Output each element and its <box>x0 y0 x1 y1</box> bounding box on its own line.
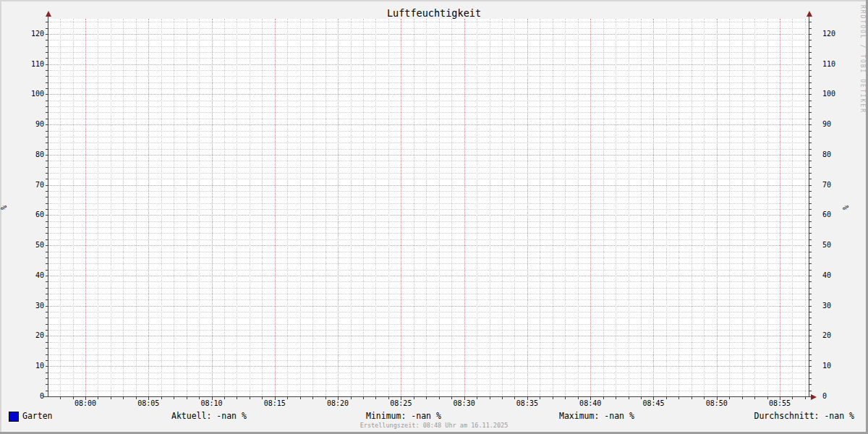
y-tick-label-left: 100 <box>15 90 44 98</box>
x-tick-label: 08:20 <box>327 400 349 407</box>
y-axis-tick-right <box>809 70 812 71</box>
y-tick-label-right: 90 <box>822 121 851 128</box>
y-axis-tick-right <box>809 191 812 192</box>
grid-major-h <box>48 34 809 35</box>
grid-minor-h <box>48 76 809 77</box>
grid-minor-v <box>666 19 667 396</box>
y-tick-label-right: 70 <box>822 182 851 189</box>
grid-major-h <box>48 306 809 307</box>
y-axis-tick-left <box>46 391 48 391</box>
y-axis-tick-right <box>809 221 812 222</box>
y-axis-tick-left <box>46 173 48 174</box>
y-axis-tick-right <box>809 142 812 143</box>
x-axis-tick <box>502 397 503 399</box>
grid-minor-h <box>48 324 809 325</box>
y-axis-tick-right <box>809 258 812 258</box>
plot-canvas <box>48 19 809 396</box>
x-tick-label: 08:00 <box>75 400 96 407</box>
y-axis-tick-left <box>46 46 48 47</box>
grid-minor-v <box>414 19 414 396</box>
y-axis-tick-left <box>46 40 48 41</box>
x-axis-tick <box>792 397 793 399</box>
grid-minor-h <box>48 360 809 361</box>
x-axis-tick <box>161 397 162 399</box>
x-axis-tick <box>553 397 553 399</box>
y-axis-tick-left <box>46 245 48 246</box>
y-axis-tick-left <box>46 112 48 113</box>
x-axis-tick <box>692 397 692 399</box>
y-axis-tick-left <box>46 299 48 300</box>
y-axis-tick-right <box>809 215 812 216</box>
grid-minor-v <box>729 19 730 396</box>
x-axis-tick <box>603 397 604 399</box>
grid-minor-h <box>48 221 809 222</box>
grid-minor-v <box>439 19 440 396</box>
y-axis-tick-right <box>809 330 812 331</box>
grid-minor-h <box>48 281 809 282</box>
y-tick-label-right: 80 <box>822 151 851 158</box>
y-axis-tick-left <box>46 373 48 373</box>
y-tick-label-right: 100 <box>822 90 851 98</box>
grid-minor-v <box>287 19 288 396</box>
y-axis-tick-right <box>809 155 812 156</box>
grid-major-v <box>212 19 213 396</box>
grid-minor-v <box>553 19 553 396</box>
y-axis-tick-right <box>809 366 812 367</box>
y-axis-tick-right <box>809 76 812 77</box>
y-axis-tick-right <box>809 34 812 35</box>
x-tick-label: 08:40 <box>579 400 601 407</box>
grid-minor-v <box>792 19 793 396</box>
grid-minor-h <box>48 88 809 89</box>
x-axis-tick <box>414 397 414 399</box>
grid-minor-h <box>48 70 809 71</box>
y-axis-tick-left <box>46 342 48 343</box>
y-axis-tick-left <box>46 167 48 168</box>
x-tick-label: 08:25 <box>390 400 412 407</box>
x-axis-tick <box>60 397 61 399</box>
y-axis-tick-left <box>46 106 48 107</box>
y-axis-tick-left <box>46 88 48 89</box>
y-tick-label-right: 20 <box>822 332 851 339</box>
grid-minor-h <box>48 137 809 137</box>
y-axis-tick-left <box>46 124 48 125</box>
y-axis-tick-right <box>809 252 812 252</box>
y-axis-tick-right <box>809 40 812 41</box>
grid-minor-v <box>174 19 174 396</box>
y-axis-tick-left <box>46 58 48 59</box>
grid-minor-v <box>351 19 352 396</box>
y-tick-label-right: 0 <box>822 393 851 400</box>
grid-minor-h <box>48 112 809 113</box>
grid-major-h <box>48 124 809 125</box>
rrdtool-watermark: RRDTOOL / TOBI OETIKER <box>859 5 866 114</box>
grid-minor-h <box>48 101 809 101</box>
y-axis-tick-right <box>809 22 812 22</box>
grid-minor-v <box>136 19 137 396</box>
y-axis-tick-right <box>809 179 812 179</box>
y-axis-tick-left <box>46 324 48 325</box>
y-axis-left <box>48 16 48 397</box>
y-tick-label-left: 50 <box>15 242 44 249</box>
grid-minor-h <box>48 312 809 312</box>
grid-major-v <box>338 19 339 396</box>
grid-minor-h <box>48 239 809 240</box>
grid-minor-h <box>48 119 809 119</box>
grid-major-v <box>590 19 591 396</box>
y-axis-tick-right <box>809 391 812 391</box>
y-tick-label-left: 30 <box>15 302 44 310</box>
y-axis-tick-left <box>46 366 48 367</box>
grid-minor-h <box>48 294 809 294</box>
grid-major-h <box>48 276 809 276</box>
y-axis-tick-right <box>809 312 812 312</box>
grid-minor-v <box>616 19 616 396</box>
y-tick-label-left: 10 <box>15 362 44 370</box>
grid-minor-h <box>48 179 809 179</box>
y-axis-tick-right <box>809 270 812 271</box>
grid-major-v <box>85 19 86 396</box>
grid-minor-v <box>502 19 503 396</box>
x-axis-tick <box>98 397 98 399</box>
y-axis-tick-left <box>46 281 48 282</box>
grid-minor-h <box>48 270 809 271</box>
y-axis-tick-right <box>809 360 812 361</box>
grid-minor-h <box>48 40 809 41</box>
y-axis-tick-right <box>809 378 812 379</box>
